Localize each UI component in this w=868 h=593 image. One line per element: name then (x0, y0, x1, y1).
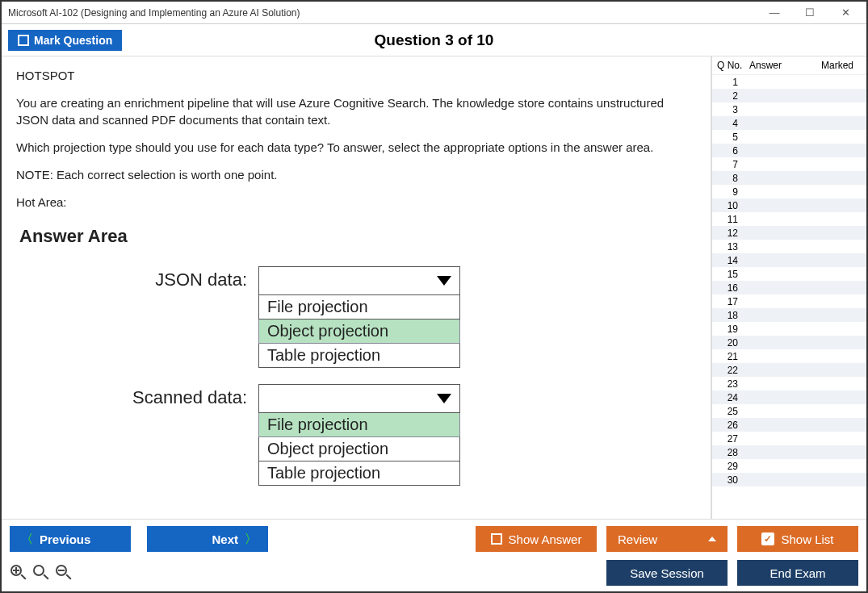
question-list-row[interactable]: 20 (712, 336, 866, 349)
question-number: 25 (717, 406, 749, 417)
question-number: 29 (717, 461, 749, 472)
question-p4: Hot Area: (16, 194, 696, 211)
question-list-row[interactable]: 19 (712, 322, 866, 336)
question-list-row[interactable]: 28 (712, 445, 866, 459)
question-number: 22 (717, 365, 749, 376)
question-list-row[interactable]: 13 (712, 240, 866, 253)
question-list-row[interactable]: 4 (712, 116, 866, 130)
question-list-row[interactable]: 14 (712, 253, 866, 267)
triangle-up-icon (708, 537, 716, 541)
question-list-row[interactable]: 3 (712, 102, 866, 116)
titlebar: Microsoft AI-102 (Designing and Implemen… (2, 2, 866, 24)
question-number: 28 (717, 447, 749, 458)
mark-question-button[interactable]: Mark Question (8, 30, 122, 51)
question-list-row[interactable]: 12 (712, 226, 866, 240)
question-list-row[interactable]: 22 (712, 363, 866, 377)
question-number: 2 (717, 90, 749, 102)
question-list-row[interactable]: 26 (712, 418, 866, 432)
hotspot-options: File projectionObject projectionTable pr… (258, 384, 460, 486)
hotspot-option[interactable]: File projection (258, 413, 460, 437)
question-list-row[interactable]: 24 (712, 390, 866, 404)
qlist-header-qno: Q No. (717, 60, 749, 71)
maximize-button[interactable]: ☐ (795, 5, 824, 21)
question-number: 3 (717, 104, 749, 115)
question-number: 1 (717, 77, 749, 88)
review-button[interactable]: Review (606, 526, 728, 552)
save-session-label: Save Session (630, 566, 704, 580)
zoom-out-icon[interactable] (55, 564, 73, 582)
question-number: 15 (717, 269, 749, 280)
review-label: Review (618, 532, 657, 546)
question-number: 6 (717, 145, 749, 157)
question-number: 4 (717, 118, 749, 129)
question-list-row[interactable]: 21 (712, 349, 866, 363)
question-number: 5 (717, 132, 749, 143)
zoom-in-icon[interactable] (10, 564, 27, 582)
question-number: 17 (717, 296, 749, 307)
qlist-header-marked: Marked (821, 60, 862, 71)
question-scroll[interactable]: HOTSPOT You are creating an enrichment p… (2, 56, 711, 519)
zoom-controls (10, 564, 73, 582)
show-answer-label: Show Answer (509, 532, 582, 546)
hotspot-container: JSON data:File projectionObject projecti… (16, 266, 696, 486)
hotspot-option[interactable]: File projection (258, 295, 460, 319)
question-list-row[interactable]: 29 (712, 459, 866, 473)
window-title: Microsoft AI-102 (Designing and Implemen… (8, 7, 300, 19)
question-number: 9 (717, 186, 749, 198)
question-list-row[interactable]: 11 (712, 212, 866, 226)
hotspot-option[interactable]: Object projection (258, 319, 460, 344)
question-list-row[interactable]: 27 (712, 432, 866, 445)
question-list-row[interactable]: 18 (712, 308, 866, 322)
hotspot-dropdown[interactable] (258, 266, 460, 295)
question-list-row[interactable]: 9 (712, 185, 866, 198)
question-number: 18 (717, 310, 749, 321)
next-button[interactable]: Next 〉 (147, 526, 268, 552)
question-list-row[interactable]: 1 (712, 75, 866, 89)
question-number: 23 (717, 378, 749, 390)
question-heading: HOTSPOT (16, 68, 696, 84)
question-list-row[interactable]: 16 (712, 281, 866, 294)
hotspot-option[interactable]: Object projection (258, 437, 460, 461)
minimize-button[interactable]: — (760, 5, 789, 21)
question-list-row[interactable]: 5 (712, 130, 866, 144)
question-list-row[interactable]: 8 (712, 171, 866, 185)
show-list-button[interactable]: ✓ Show List (737, 526, 858, 552)
toolbar: Mark Question Question 3 of 10 (2, 24, 866, 56)
triangle-down-icon (437, 276, 451, 286)
question-list-row[interactable]: 30 (712, 473, 866, 487)
footer-row-2: Save Session End Exam (10, 560, 858, 586)
save-session-button[interactable]: Save Session (606, 560, 728, 586)
hotspot-option[interactable]: Table projection (258, 461, 460, 486)
main-body: HOTSPOT You are creating an enrichment p… (2, 56, 866, 519)
checkbox-icon (18, 35, 29, 46)
end-exam-button[interactable]: End Exam (737, 560, 858, 586)
end-exam-label: End Exam (769, 566, 825, 580)
question-number: 10 (717, 200, 749, 211)
next-label: Next (212, 532, 238, 546)
chevron-right-icon: 〉 (245, 532, 257, 547)
close-button[interactable]: ✕ (831, 5, 860, 21)
question-list-row[interactable]: 10 (712, 198, 866, 212)
question-list-row[interactable]: 6 (712, 144, 866, 157)
hotspot-options: File projectionObject projectionTable pr… (258, 266, 460, 368)
hotspot-option[interactable]: Table projection (258, 344, 460, 368)
hotspot-label: Scanned data: (16, 384, 258, 408)
answer-area-heading: Answer Area (19, 226, 696, 247)
triangle-down-icon (437, 394, 451, 403)
question-list-body[interactable]: 1234567891011121314151617181920212223242… (712, 75, 866, 519)
previous-button[interactable]: 〈 Previous (10, 526, 131, 552)
question-list-row[interactable]: 15 (712, 267, 866, 281)
previous-label: Previous (40, 532, 90, 546)
question-list-row[interactable]: 23 (712, 377, 866, 390)
zoom-reset-icon[interactable] (32, 564, 50, 582)
question-list-row[interactable]: 7 (712, 157, 866, 171)
hotspot-dropdown[interactable] (258, 384, 460, 413)
question-list-panel: Q No. Answer Marked 12345678910111213141… (711, 56, 866, 519)
question-list-row[interactable]: 2 (712, 89, 866, 102)
question-list-row[interactable]: 17 (712, 294, 866, 308)
question-p2: Which projection type should you use for… (16, 140, 696, 156)
chevron-left-icon: 〈 (21, 532, 33, 547)
checkmark-icon: ✓ (761, 532, 774, 545)
show-answer-button[interactable]: Show Answer (476, 526, 597, 552)
question-list-row[interactable]: 25 (712, 404, 866, 418)
